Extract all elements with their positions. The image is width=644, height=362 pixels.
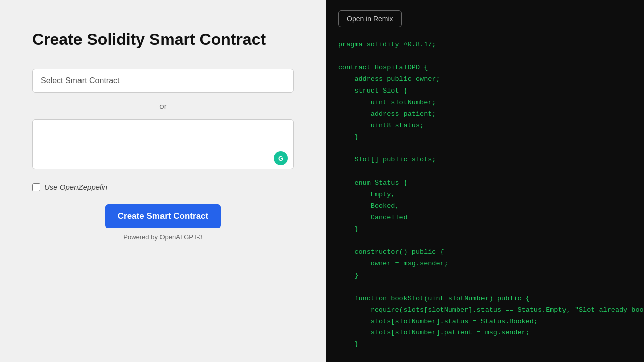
contract-select[interactable]: Select Smart Contract bbox=[32, 69, 294, 93]
openzeppelin-label: Use OpenZeppelin bbox=[44, 183, 107, 191]
openzeppelin-checkbox[interactable] bbox=[32, 183, 40, 191]
grammarly-icon: G bbox=[274, 151, 288, 165]
powered-by-text: Powered by OpenAI GPT-3 bbox=[32, 233, 294, 241]
right-panel: Open in Remix pragma solidity ^0.8.17; c… bbox=[326, 0, 644, 362]
page-title: Create Solidity Smart Contract bbox=[32, 30, 294, 49]
left-panel: Create Solidity Smart Contract Select Sm… bbox=[0, 0, 326, 362]
description-textarea[interactable] bbox=[32, 119, 294, 169]
checkbox-row: Use OpenZeppelin bbox=[32, 183, 294, 191]
create-smart-contract-button[interactable]: Create Smart Contract bbox=[105, 204, 221, 228]
code-display: pragma solidity ^0.8.17; contract Hospit… bbox=[338, 39, 632, 362]
or-divider: or bbox=[32, 102, 294, 110]
textarea-wrapper: G bbox=[32, 119, 294, 171]
open-remix-button[interactable]: Open in Remix bbox=[338, 10, 402, 27]
